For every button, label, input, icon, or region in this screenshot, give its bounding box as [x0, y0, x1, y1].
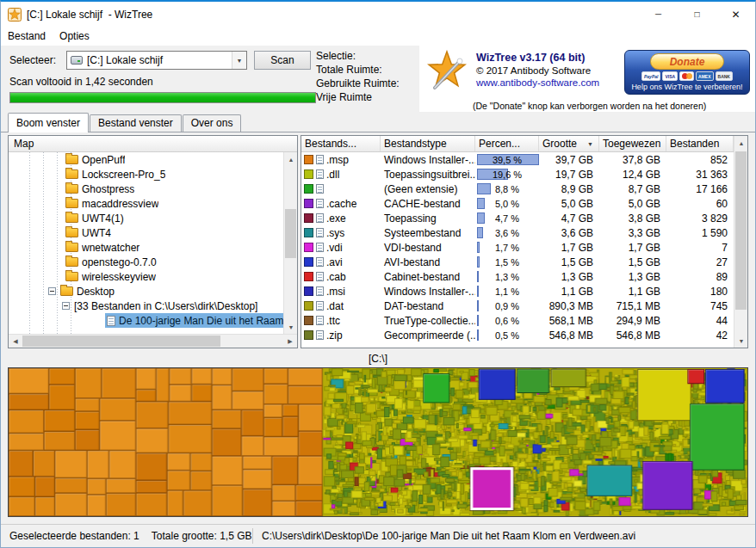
drive-selector[interactable]: [C:] Lokale schijf [66, 51, 247, 70]
scrollbar-thumb[interactable] [22, 336, 220, 347]
folder-icon [60, 286, 73, 296]
tree-item-line: openstego-0.7.0 [64, 255, 283, 269]
tree-item[interactable]: Ghostpress [9, 182, 283, 196]
file-ext-label: .msp [326, 154, 349, 166]
website-link[interactable]: www.antibody-software.com [476, 77, 617, 88]
table-row[interactable]: .mspWindows Installer-...39,5 %39,7 GB37… [301, 152, 734, 167]
color-swatch [304, 286, 313, 296]
table-row[interactable]: (Geen extensie)8,8 %8,9 GB8,7 GB17 166 [301, 182, 734, 196]
file-ext-cell: .cache [301, 196, 381, 211]
wiztree-window: [C:] Lokale schijf - WizTree ─ □ ✕ Besta… [0, 0, 756, 548]
tree-column-header[interactable]: Map [9, 136, 297, 152]
table-row[interactable]: .vdiVDI-bestand1,7 %1,7 GB1,7 GB7 [301, 240, 734, 255]
file-type-icon [316, 316, 324, 325]
percent-cell: 0,6 % [475, 313, 539, 328]
minimize-button[interactable]: ─ [639, 2, 678, 27]
percent-bar [477, 256, 480, 268]
column-header-percen[interactable]: Percen... [475, 136, 539, 151]
scrollbar-thumb[interactable] [735, 151, 747, 310]
tree-item[interactable]: OpenPuff [9, 152, 283, 167]
tree-item-label: De 100-jarige Man Die uit het Raam Kl [119, 315, 283, 327]
file-count-value: 17 166 [666, 182, 734, 196]
menu-item-opties[interactable]: Opties [53, 28, 96, 45]
scrollbar-thumb[interactable] [285, 209, 296, 258]
file-ext-cell: .dat [301, 299, 381, 313]
table-vertical-scrollbar[interactable] [734, 136, 747, 348]
tree-item[interactable]: [33 Bestanden in C:\Users\dirk\Desktop] [9, 299, 283, 313]
scrollbar-track[interactable] [734, 150, 747, 334]
tree-horizontal-scrollbar[interactable] [9, 334, 297, 348]
tree-item[interactable]: openstego-0.7.0 [9, 255, 283, 269]
scroll-down-icon[interactable] [284, 320, 298, 334]
tab-boom-venster[interactable]: Boom venster [8, 113, 89, 132]
color-swatch [304, 301, 313, 311]
tree-item-label: [33 Bestanden in C:\Users\dirk\Desktop] [74, 300, 257, 312]
tab-bestand-venster[interactable]: Bestand venster [90, 114, 182, 132]
file-ext-label: .cache [326, 198, 356, 210]
table-row[interactable]: .exeToepassing4,7 %4,7 GB3,8 GB3 829 [301, 211, 734, 225]
column-label: Bestandstype [384, 138, 447, 150]
donate-button[interactable]: Donate [650, 53, 724, 70]
allocated-value: 5,0 GB [599, 196, 666, 211]
table-row[interactable]: .aviAVI-bestand1,5 %1,5 GB1,5 GB27 [301, 255, 734, 269]
scrollbar-track[interactable] [22, 335, 283, 348]
collapse-icon[interactable] [48, 287, 56, 295]
scroll-right-icon[interactable] [283, 335, 297, 348]
tree-item-line: macaddressview [64, 196, 283, 211]
column-header-bestanden[interactable]: Bestanden [666, 136, 734, 151]
chevron-down-icon[interactable] [232, 52, 246, 69]
percent-label: 1,1 % [495, 286, 519, 297]
tree-item[interactable]: UWT4 [9, 225, 283, 240]
scan-button[interactable]: Scan [254, 51, 311, 70]
table-row[interactable]: .msiWindows Installer-...1,1 %1,1 GB1,1 … [301, 284, 734, 299]
table-row[interactable]: .ttcTrueType-collectie...0,6 %568,1 MB29… [301, 313, 734, 328]
treemap-canvas[interactable] [9, 368, 747, 516]
scroll-down-icon[interactable] [734, 334, 748, 348]
table-row[interactable]: .dllToepassingsuitbrei...19,6 %19,7 GB12… [301, 167, 734, 182]
percent-label: 4,7 % [495, 213, 519, 224]
column-header-bestands[interactable]: Bestands... [301, 136, 381, 151]
tree-item[interactable]: UWT4(1) [9, 211, 283, 225]
tree-item-line: [33 Bestanden in C:\Users\dirk\Desktop] [72, 299, 283, 313]
table-row[interactable]: .zipGecomprimeerde (...0,5 %546,8 MB546,… [301, 328, 734, 342]
tree-vertical-scrollbar[interactable] [283, 152, 297, 334]
scrollbar-track[interactable] [284, 166, 297, 320]
percent-label: 1,7 % [495, 243, 519, 253]
file-type-label: TrueType-collectie... [381, 313, 475, 328]
table-row[interactable]: .datDAT-bestand0,9 %890,3 MB715,1 MB745 [301, 299, 734, 313]
column-header-grootte[interactable]: Grootte▼ [539, 136, 599, 151]
file-type-icon [316, 169, 324, 179]
file-count-value: 180 [666, 284, 734, 299]
scroll-up-icon[interactable] [734, 136, 748, 150]
column-header-toegewezen[interactable]: Toegewezen [599, 136, 666, 151]
copyright-text: © 2017 Antibody Software [476, 65, 617, 76]
collapse-icon[interactable] [62, 302, 70, 310]
tree-item[interactable]: De 100-jarige Man Die uit het Raam Kl [9, 313, 283, 328]
progress-fill [10, 93, 315, 102]
allocated-value: 1,1 GB [599, 284, 666, 299]
tree-item-label: Lockscreen-Pro_5 [82, 169, 165, 181]
allocated-value: 3,8 GB [599, 211, 666, 225]
tree-item[interactable]: Lockscreen-Pro_5 [9, 167, 283, 182]
table-row[interactable]: .cacheCACHE-bestand5,0 %5,0 GB5,0 GB60 [301, 196, 734, 211]
table-row[interactable]: .cabCabinet-bestand1,3 %1,3 GB1,3 GB89 [301, 269, 734, 284]
file-type-icon [316, 330, 324, 340]
tree-item[interactable]: macaddressview [9, 196, 283, 211]
maximize-button[interactable]: □ [678, 2, 716, 27]
filetable-body: .mspWindows Installer-...39,5 %39,7 GB37… [301, 152, 734, 342]
treemap[interactable] [8, 367, 748, 517]
percent-bar [477, 183, 491, 194]
tree-item[interactable]: wnetwatcher [9, 240, 283, 255]
tab-over-ons[interactable]: Over ons [183, 114, 242, 132]
tree-item[interactable]: Desktop [9, 284, 283, 299]
tree-item[interactable]: wirelesskeyview [9, 269, 283, 284]
menu-item-bestand[interactable]: Bestand [1, 28, 53, 45]
scroll-up-icon[interactable] [284, 152, 298, 166]
size-value: 1,5 GB [539, 255, 599, 269]
folder-icon [65, 169, 78, 179]
scroll-left-icon[interactable] [9, 335, 22, 348]
close-button[interactable]: ✕ [716, 2, 755, 27]
table-row[interactable]: .sysSysteembestand3,6 %3,6 GB3,3 GB1 590 [301, 225, 734, 240]
column-header-bestandstype[interactable]: Bestandstype [381, 136, 475, 151]
tree-item-label: Ghostpress [82, 183, 134, 195]
